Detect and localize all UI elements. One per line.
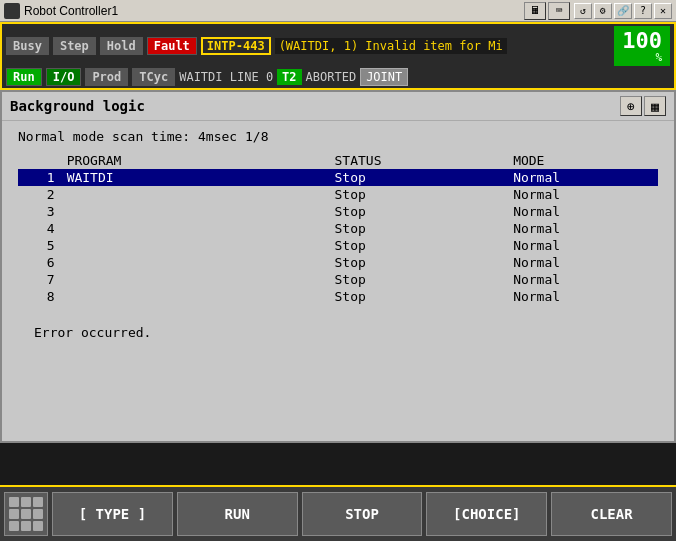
row-mode: Normal [509,288,658,305]
row-num: 4 [18,220,63,237]
panel-header: Background logic ⊕ ▦ [2,92,674,121]
row-program [63,271,331,288]
zoom-in-icon[interactable]: ⊕ [620,96,642,116]
percent-symbol: % [655,52,662,63]
row-program [63,203,331,220]
row-num: 6 [18,254,63,271]
joint-badge: JOINT [360,68,408,86]
window-controls: ↺ ⚙ 🔗 ? ✕ [574,3,672,19]
hold-badge: Hold [100,37,143,55]
row-program: WAITDI [63,169,331,186]
run-button[interactable]: RUN [177,492,298,536]
help-btn[interactable]: ? [634,3,652,19]
choice-button[interactable]: [CHOICE] [426,492,547,536]
link-btn[interactable]: 🔗 [614,3,632,19]
fault-code: INTP-443 [201,37,271,55]
row-mode: Normal [509,254,658,271]
table-row[interactable]: 4 Stop Normal [18,220,658,237]
tcyc-badge: TCyc [132,68,175,86]
table-row[interactable]: 3 Stop Normal [18,203,658,220]
row-num: 7 [18,271,63,288]
row-program [63,288,331,305]
grid-button[interactable] [4,492,48,536]
row-program [63,237,331,254]
calc-icon[interactable]: 🖩 [524,2,546,20]
status-row1: Busy Step Hold Fault INTP-443 (WAITDI, 1… [6,26,670,66]
fault-message: (WAITDI, 1) Invalid item for Mi [275,38,507,54]
row-status: Stop [331,254,510,271]
grid-icon [9,497,43,531]
waitdi-line: WAITDI LINE 0 [179,70,273,84]
busy-badge: Busy [6,37,49,55]
row-num: 2 [18,186,63,203]
step-badge: Step [53,37,96,55]
table-row[interactable]: 7 Stop Normal [18,271,658,288]
col-status: STATUS [331,152,510,169]
table-row[interactable]: 6 Stop Normal [18,254,658,271]
refresh-btn[interactable]: ↺ [574,3,592,19]
row-status: Stop [331,288,510,305]
row-mode: Normal [509,237,658,254]
status-bar: Busy Step Hold Fault INTP-443 (WAITDI, 1… [0,22,676,90]
table-row[interactable]: 2 Stop Normal [18,186,658,203]
col-num [18,152,63,169]
t2-badge: T2 [277,69,301,85]
col-program: PROGRAM [63,152,331,169]
row-num: 8 [18,288,63,305]
clear-button[interactable]: CLEAR [551,492,672,536]
settings-btn[interactable]: ⚙ [594,3,612,19]
percent-box: 100 % [614,26,670,66]
stop-button[interactable]: STOP [302,492,423,536]
keyboard-icon[interactable]: ⌨ [548,2,570,20]
aborted-text: ABORTED [306,70,357,84]
row-mode: Normal [509,203,658,220]
main-panel: Background logic ⊕ ▦ Normal mode scan ti… [0,90,676,443]
row-status: Stop [331,271,510,288]
prod-badge: Prod [85,68,128,86]
app-icon [4,3,20,19]
window-title: Robot Controller1 [24,4,524,18]
fault-badge: Fault [147,37,197,55]
program-table: PROGRAM STATUS MODE 1 WAITDI Stop Normal… [18,152,658,305]
table-row[interactable]: 8 Stop Normal [18,288,658,305]
io-badge: I/O [46,68,82,86]
type-button[interactable]: [ TYPE ] [52,492,173,536]
row-program [63,220,331,237]
row-program [63,186,331,203]
status-row2: Run I/O Prod TCyc WAITDI LINE 0 T2 ABORT… [6,68,670,86]
toolbar-icons: 🖩 ⌨ [524,2,570,20]
row-mode: Normal [509,169,658,186]
program-area: Normal mode scan time: 4msec 1/8 PROGRAM… [2,121,674,441]
row-mode: Normal [509,186,658,203]
close-btn[interactable]: ✕ [654,3,672,19]
row-num: 1 [18,169,63,186]
panel-title: Background logic [10,98,618,114]
row-mode: Normal [509,220,658,237]
table-row[interactable]: 5 Stop Normal [18,237,658,254]
title-bar: Robot Controller1 🖩 ⌨ ↺ ⚙ 🔗 ? ✕ [0,0,676,22]
row-status: Stop [331,169,510,186]
row-mode: Normal [509,271,658,288]
row-status: Stop [331,203,510,220]
table-row[interactable]: 1 WAITDI Stop Normal [18,169,658,186]
row-status: Stop [331,237,510,254]
row-status: Stop [331,220,510,237]
bottom-toolbar: [ TYPE ] RUN STOP [CHOICE] CLEAR [0,485,676,541]
col-mode: MODE [509,152,658,169]
row-num: 5 [18,237,63,254]
percent-value: 100 [622,30,662,52]
row-num: 3 [18,203,63,220]
row-status: Stop [331,186,510,203]
error-message: Error occurred. [18,325,658,340]
run-badge: Run [6,68,42,86]
scan-time: Normal mode scan time: 4msec 1/8 [18,129,658,144]
layout-icon[interactable]: ▦ [644,96,666,116]
row-program [63,254,331,271]
